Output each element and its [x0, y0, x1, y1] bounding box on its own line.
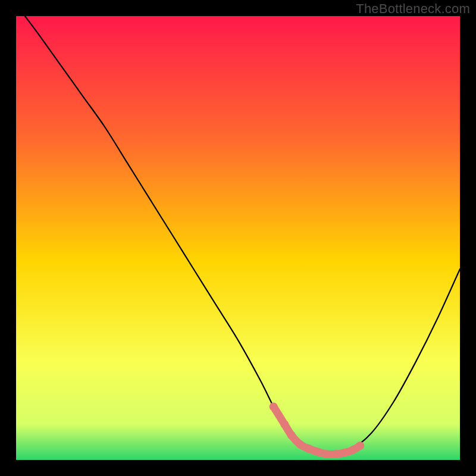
optimal-marker: [322, 450, 331, 458]
bottleneck-chart: [16, 16, 460, 460]
gradient-background: [16, 16, 460, 460]
optimal-marker: [356, 441, 364, 450]
optimal-marker: [280, 420, 289, 428]
optimal-marker: [340, 449, 349, 457]
optimal-marker: [287, 431, 296, 439]
plot-frame: [16, 16, 460, 460]
watermark-text: TheBottleneck.com: [356, 1, 470, 17]
optimal-marker: [331, 450, 340, 458]
optimal-marker: [296, 440, 304, 449]
optimal-marker: [314, 448, 322, 456]
optimal-marker: [305, 444, 313, 453]
optimal-marker: [270, 402, 278, 411]
chart-outer-frame: TheBottleneck.com: [0, 0, 476, 476]
